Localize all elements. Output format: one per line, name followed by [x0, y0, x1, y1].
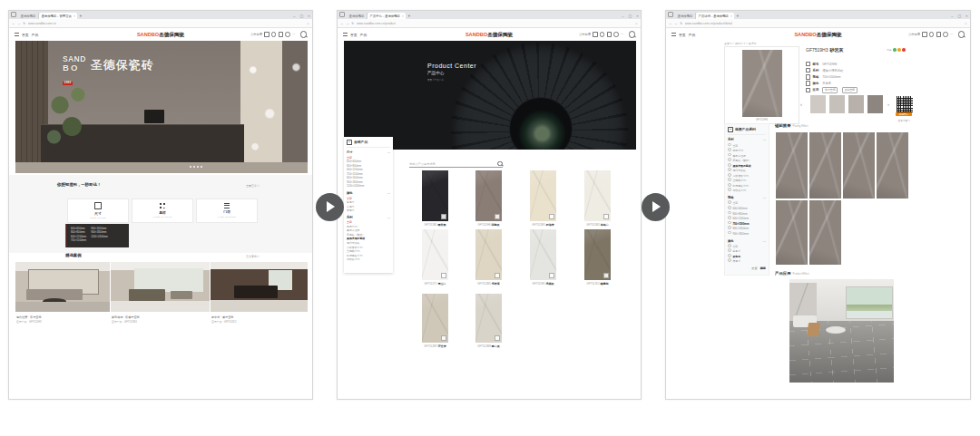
- color-swatch[interactable]: [867, 95, 883, 113]
- bookmark-star-icon[interactable]: ☆: [307, 22, 309, 25]
- more-icon[interactable]: ···: [950, 33, 953, 36]
- site-logo[interactable]: SANDBO圣德保陶瓷: [466, 32, 513, 39]
- filter-apply-button[interactable]: 确定: [760, 266, 766, 270]
- color-swatch[interactable]: [848, 95, 864, 113]
- search-icon[interactable]: [497, 161, 503, 167]
- maximize-button[interactable]: ▢: [298, 13, 306, 19]
- collapse-icon[interactable]: —: [763, 138, 766, 141]
- color-swatch[interactable]: [829, 95, 845, 113]
- menu-icon[interactable]: [671, 33, 676, 36]
- size-option[interactable]: 750×1500mm: [71, 238, 86, 243]
- wechat-icon[interactable]: [271, 32, 277, 37]
- quick-more-link[interactable]: 查看更多 >: [246, 184, 260, 188]
- size-option[interactable]: 1200×2400mm: [91, 235, 108, 239]
- browser-tab-active[interactable]: 产品详情 - 圣德保陶瓷×: [696, 13, 735, 19]
- nav-products[interactable]: 产品: [32, 33, 39, 37]
- new-tab-button[interactable]: +: [736, 15, 739, 18]
- back-button[interactable]: ←: [340, 22, 344, 25]
- phone-icon[interactable]: [593, 32, 598, 37]
- carousel-prev-button[interactable]: ‹: [800, 95, 802, 113]
- bookmark-star-icon[interactable]: ☆: [965, 22, 967, 25]
- share-icon[interactable]: [943, 32, 948, 37]
- hero-banner[interactable]: SAND BO 1993 圣德保瓷砖: [15, 41, 308, 173]
- window-close-button[interactable]: ×: [634, 13, 641, 19]
- maximize-button[interactable]: ▢: [626, 13, 634, 19]
- browser-tab-inactive[interactable]: 圣德保陶瓷: [347, 13, 368, 19]
- case-photo-dining[interactable]: [211, 262, 308, 312]
- menu-icon[interactable]: [15, 33, 19, 36]
- quick-card-sample[interactable]: 拿样 FREE SAMPLE: [132, 199, 193, 223]
- phone-icon[interactable]: [922, 32, 927, 37]
- qr-more-link[interactable]: 查看大图 >: [894, 119, 914, 122]
- case-photo-livingdining[interactable]: [111, 262, 210, 312]
- nav-home[interactable]: 首页: [679, 33, 686, 37]
- new-tab-button[interactable]: +: [79, 15, 82, 18]
- reload-button[interactable]: ↻: [680, 22, 682, 25]
- play-arrow-icon[interactable]: [642, 193, 670, 221]
- phone-icon[interactable]: [264, 32, 270, 37]
- filter-reset-button[interactable]: 重置: [751, 266, 757, 270]
- tab-close-icon[interactable]: ×: [402, 15, 404, 18]
- quick-card-size[interactable]: 尺寸 SIZE GUIDE: [67, 199, 129, 223]
- weibo-icon[interactable]: [936, 32, 942, 37]
- tab-close-icon[interactable]: ×: [74, 15, 75, 18]
- minimize-button[interactable]: –: [291, 13, 298, 19]
- nav-products[interactable]: 产品: [689, 33, 696, 37]
- wechat-icon[interactable]: [600, 32, 605, 37]
- search-icon[interactable]: [629, 31, 636, 38]
- url-text[interactable]: www.sandbo.com.cn/product/detail: [685, 22, 732, 25]
- browser-tab-inactive[interactable]: 圣德保陶瓷: [18, 13, 39, 19]
- quick-card-stores[interactable]: 门店 FIND STORES: [196, 199, 258, 223]
- forward-button[interactable]: →: [17, 22, 21, 25]
- filter-option[interactable]: 木纹砖系列: [728, 188, 766, 193]
- back-button[interactable]: ←: [12, 22, 15, 25]
- menu-icon[interactable]: [343, 33, 348, 36]
- wechat-share-icon[interactable]: [893, 48, 896, 51]
- browser-apps-icon[interactable]: [339, 12, 345, 17]
- apply-tag[interactable]: 卫浴空间: [842, 87, 858, 93]
- collapse-icon[interactable]: —: [763, 239, 766, 243]
- browser-tab-active[interactable]: 圣德保陶瓷 - 官网首页×: [39, 13, 78, 19]
- carousel-dots[interactable]: [190, 166, 202, 168]
- url-text[interactable]: www.sandbo.com.cn: [28, 22, 56, 25]
- breadcrumb[interactable]: 首页 > 产品中心 > 产品详情: [724, 42, 757, 45]
- browser-tab-active[interactable]: 产品中心 - 圣德保陶瓷×: [368, 13, 407, 19]
- collapse-icon[interactable]: —: [387, 216, 390, 219]
- forward-button[interactable]: →: [346, 22, 349, 25]
- filter-option[interactable]: 黑色系: [347, 208, 390, 213]
- weibo-share-icon[interactable]: [902, 48, 905, 51]
- contact-link[interactable]: 合作加盟: [250, 33, 262, 36]
- product-search-bar[interactable]: 请输入产品型号搜索: [409, 160, 503, 168]
- browser-apps-icon[interactable]: [668, 12, 673, 17]
- window-close-button[interactable]: ×: [306, 13, 312, 19]
- search-icon[interactable]: [958, 31, 965, 38]
- minimize-button[interactable]: –: [620, 13, 626, 19]
- filter-option[interactable]: 900×1800mm: [728, 231, 766, 237]
- application-scene-photo[interactable]: [789, 279, 894, 383]
- contact-link[interactable]: 合作加盟: [579, 33, 591, 36]
- apply-tag[interactable]: 客厅空间: [822, 87, 838, 93]
- reload-button[interactable]: ↻: [23, 22, 25, 25]
- filter-option[interactable]: 黑色系: [728, 258, 766, 264]
- tab-close-icon[interactable]: ×: [730, 15, 732, 18]
- more-icon[interactable]: ···: [621, 33, 623, 36]
- case-photo-living[interactable]: [15, 262, 110, 312]
- color-swatch[interactable]: [810, 95, 826, 113]
- nav-home[interactable]: 首页: [350, 33, 358, 37]
- share-icon[interactable]: [285, 32, 290, 37]
- bookmark-star-icon[interactable]: ☆: [635, 22, 638, 25]
- filter-option[interactable]: 木纹砖系列: [347, 257, 390, 262]
- url-text[interactable]: www.sandbo.com.cn/product: [357, 22, 396, 25]
- cases-more-link[interactable]: 更多案例 >: [246, 255, 260, 258]
- nav-products[interactable]: 产品: [360, 33, 368, 37]
- forward-button[interactable]: →: [674, 22, 678, 25]
- site-logo[interactable]: SANDBO圣德保陶瓷: [137, 32, 184, 39]
- back-button[interactable]: ←: [669, 22, 672, 25]
- nav-home[interactable]: 首页: [22, 33, 29, 37]
- maximize-button[interactable]: ▢: [956, 13, 964, 19]
- site-logo[interactable]: SANDBO圣德保陶瓷: [794, 32, 841, 39]
- contact-link[interactable]: 合作加盟: [908, 33, 920, 36]
- browser-tab-inactive[interactable]: 圣德保陶瓷: [675, 13, 696, 19]
- weibo-icon[interactable]: [279, 32, 284, 37]
- size-option[interactable]: 800×800mm: [71, 230, 86, 235]
